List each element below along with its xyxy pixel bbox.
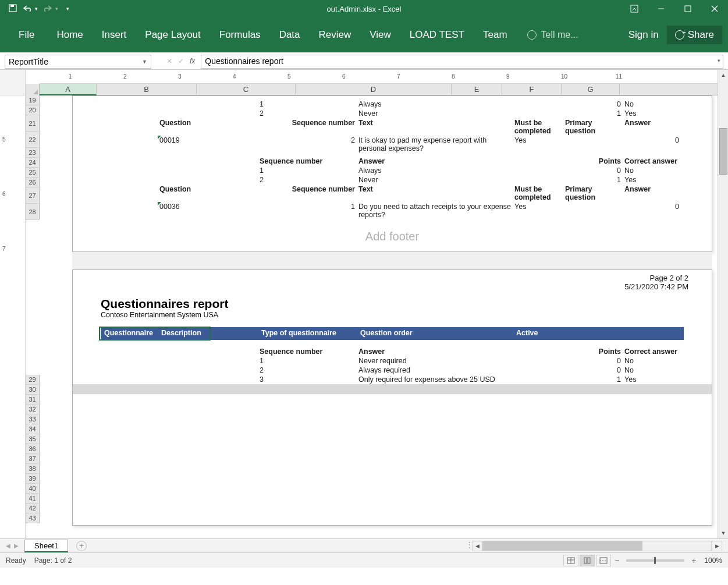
cell[interactable]: [513, 109, 563, 110]
cell[interactable]: [101, 185, 158, 186]
cell[interactable]: Answer: [623, 118, 681, 127]
save-icon[interactable]: [8, 3, 17, 15]
cell[interactable]: Must be completed: [513, 185, 563, 202]
cell[interactable]: [158, 356, 258, 357]
row-header[interactable]: 27: [26, 187, 40, 204]
scroll-resizer[interactable]: ⋮: [466, 541, 472, 551]
vertical-scrollbar[interactable]: ▲ ▼: [718, 70, 728, 538]
cell[interactable]: [357, 403, 513, 405]
view-normal-button[interactable]: [563, 555, 578, 566]
cell[interactable]: 3: [258, 375, 357, 384]
close-button[interactable]: [701, 0, 728, 17]
sheet-nav[interactable]: ◀▶: [6, 543, 24, 549]
cell[interactable]: Sequence number: [258, 347, 357, 356]
horizontal-scrollbar[interactable]: ⋮ ◀ ▶: [466, 541, 722, 551]
cell[interactable]: [101, 136, 158, 137]
cell[interactable]: [513, 347, 563, 348]
cell[interactable]: Always: [357, 100, 513, 109]
cell[interactable]: Never: [357, 175, 513, 185]
cell[interactable]: [158, 157, 258, 158]
cell[interactable]: Always: [357, 166, 513, 175]
zoom-out-button[interactable]: −: [612, 556, 622, 565]
row-header[interactable]: 19: [26, 95, 40, 105]
new-sheet-button[interactable]: +: [76, 541, 87, 551]
cell[interactable]: [258, 403, 357, 405]
cell[interactable]: [513, 157, 563, 158]
cell[interactable]: Points: [563, 157, 623, 166]
zoom-slider-thumb[interactable]: [654, 557, 656, 564]
zoom-in-button[interactable]: +: [689, 556, 698, 565]
cell[interactable]: [158, 375, 258, 376]
cell[interactable]: Yes: [513, 202, 563, 211]
column-header-g[interactable]: G: [562, 84, 620, 95]
name-box[interactable]: ReportTitle▼: [5, 55, 151, 69]
cell[interactable]: [101, 366, 158, 367]
zoom-slider[interactable]: [626, 559, 684, 562]
cell[interactable]: Answer: [623, 185, 681, 194]
cell[interactable]: 0: [563, 166, 623, 175]
row-header[interactable]: 37: [26, 454, 40, 464]
scroll-thumb[interactable]: [719, 128, 727, 175]
cell[interactable]: [101, 109, 158, 110]
minimize-button[interactable]: [648, 0, 674, 17]
column-header-e[interactable]: E: [452, 84, 502, 95]
column-header-f[interactable]: F: [502, 84, 562, 95]
hscroll-thumb[interactable]: [483, 541, 642, 551]
cell[interactable]: 2: [258, 136, 357, 145]
cell[interactable]: 1: [563, 109, 623, 118]
cell[interactable]: 00019: [158, 136, 258, 145]
row-header[interactable]: 42: [26, 504, 40, 513]
maximize-button[interactable]: [674, 0, 701, 17]
cell[interactable]: Sequence number: [258, 157, 357, 166]
view-page-layout-button[interactable]: [580, 555, 595, 566]
cell[interactable]: [158, 403, 258, 405]
cell[interactable]: [101, 100, 158, 101]
cell[interactable]: Only required for expenses above 25 USD: [357, 375, 513, 384]
tell-me-search[interactable]: Tell me...: [527, 30, 578, 40]
sign-in-button[interactable]: Sign in: [628, 29, 659, 41]
cell[interactable]: 1: [563, 375, 623, 384]
cell[interactable]: 1: [563, 175, 623, 185]
row-header[interactable]: 24: [26, 158, 40, 168]
tab-team[interactable]: Team: [474, 17, 517, 52]
cell[interactable]: Do you need to attach receipts to your e…: [357, 202, 513, 219]
cell[interactable]: 2: [258, 109, 357, 118]
cell[interactable]: [101, 166, 158, 167]
sheet-tab-sheet1[interactable]: Sheet1: [24, 540, 68, 552]
tab-page-layout[interactable]: Page Layout: [136, 17, 209, 52]
cell[interactable]: 0: [623, 202, 681, 211]
row-header[interactable]: 31: [26, 395, 40, 405]
cell[interactable]: Always required: [357, 366, 513, 375]
cell[interactable]: 1: [258, 100, 357, 109]
cell[interactable]: [158, 175, 258, 176]
cell[interactable]: [101, 175, 158, 176]
cell[interactable]: Yes: [513, 136, 563, 145]
column-header-b[interactable]: B: [97, 84, 197, 95]
ribbon-display-options-icon[interactable]: [621, 0, 648, 17]
cell[interactable]: Never: [357, 109, 513, 118]
undo-icon[interactable]: [22, 4, 33, 14]
cell[interactable]: 1: [258, 356, 357, 366]
cell[interactable]: [101, 375, 158, 376]
chevron-down-icon[interactable]: ▼: [142, 59, 147, 65]
cell[interactable]: No: [623, 356, 681, 366]
row-header[interactable]: 23: [26, 148, 40, 158]
tab-load-test[interactable]: LOAD TEST: [400, 17, 474, 52]
cell[interactable]: [158, 347, 258, 348]
cell[interactable]: [513, 166, 563, 167]
select-all-corner[interactable]: [26, 84, 40, 95]
cell[interactable]: 2: [258, 175, 357, 185]
row-header[interactable]: 29: [26, 375, 40, 385]
cell[interactable]: 0: [563, 100, 623, 109]
tab-formulas[interactable]: Formulas: [210, 17, 270, 52]
column-header-a[interactable]: A: [40, 84, 97, 95]
tab-view[interactable]: View: [360, 17, 400, 52]
row-header[interactable]: 36: [26, 444, 40, 454]
formula-input[interactable]: Questionnaires report▾: [201, 55, 723, 69]
cell[interactable]: Points: [563, 347, 623, 356]
scroll-right-icon[interactable]: ▶: [712, 541, 722, 551]
cell[interactable]: Sequence number: [258, 118, 357, 127]
cell[interactable]: Primary question: [563, 118, 623, 136]
cell[interactable]: Text: [357, 118, 513, 127]
cell[interactable]: [101, 403, 158, 405]
